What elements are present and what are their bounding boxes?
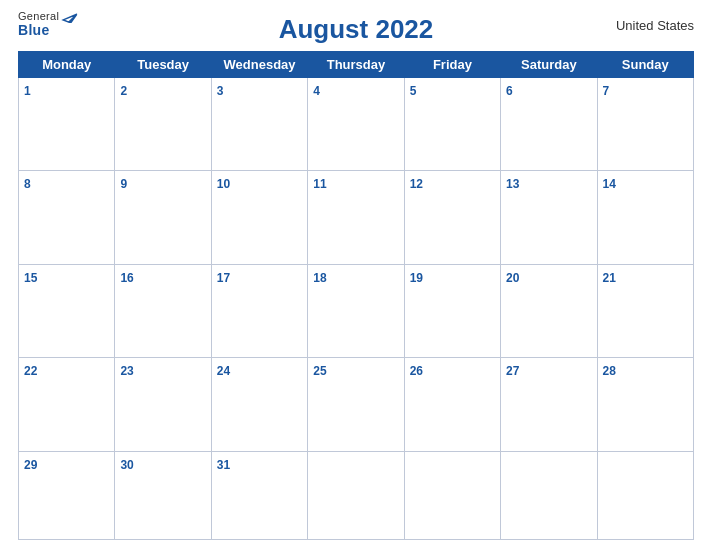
calendar-day: 19 [404, 264, 500, 357]
day-number: 13 [506, 177, 519, 191]
calendar-day: 12 [404, 171, 500, 264]
day-number: 27 [506, 364, 519, 378]
logo-general: General [18, 10, 59, 22]
weekday-friday: Friday [404, 52, 500, 78]
day-number: 20 [506, 271, 519, 285]
day-number: 22 [24, 364, 37, 378]
day-number: 25 [313, 364, 326, 378]
weekday-header-row: MondayTuesdayWednesdayThursdayFridaySatu… [19, 52, 694, 78]
calendar-day: 11 [308, 171, 404, 264]
calendar-day: 15 [19, 264, 115, 357]
day-number: 5 [410, 84, 417, 98]
calendar-week-1: 1234567 [19, 78, 694, 171]
calendar-day [501, 451, 597, 539]
calendar-day: 27 [501, 358, 597, 451]
page-title: August 2022 [279, 14, 434, 45]
calendar-day [404, 451, 500, 539]
calendar-week-5: 293031 [19, 451, 694, 539]
day-number: 7 [603, 84, 610, 98]
day-number: 11 [313, 177, 326, 191]
calendar-day: 23 [115, 358, 211, 451]
calendar-day: 18 [308, 264, 404, 357]
calendar-week-3: 15161718192021 [19, 264, 694, 357]
day-number: 19 [410, 271, 423, 285]
calendar-day: 20 [501, 264, 597, 357]
day-number: 21 [603, 271, 616, 285]
calendar-day: 8 [19, 171, 115, 264]
logo-bird-icon [61, 12, 79, 30]
day-number: 23 [120, 364, 133, 378]
weekday-tuesday: Tuesday [115, 52, 211, 78]
day-number: 14 [603, 177, 616, 191]
calendar-day: 13 [501, 171, 597, 264]
weekday-sunday: Sunday [597, 52, 693, 78]
calendar-day: 16 [115, 264, 211, 357]
calendar-day: 31 [211, 451, 307, 539]
day-number: 30 [120, 458, 133, 472]
weekday-monday: Monday [19, 52, 115, 78]
calendar-day: 26 [404, 358, 500, 451]
calendar-day: 4 [308, 78, 404, 171]
logo-blue: Blue [18, 22, 50, 38]
calendar-day: 22 [19, 358, 115, 451]
calendar-day: 17 [211, 264, 307, 357]
day-number: 26 [410, 364, 423, 378]
calendar-week-2: 891011121314 [19, 171, 694, 264]
calendar-day: 24 [211, 358, 307, 451]
country-label: United States [616, 18, 694, 33]
calendar-week-4: 22232425262728 [19, 358, 694, 451]
day-number: 28 [603, 364, 616, 378]
weekday-thursday: Thursday [308, 52, 404, 78]
day-number: 12 [410, 177, 423, 191]
calendar-day: 9 [115, 171, 211, 264]
calendar-day: 25 [308, 358, 404, 451]
calendar-day: 7 [597, 78, 693, 171]
day-number: 10 [217, 177, 230, 191]
day-number: 29 [24, 458, 37, 472]
calendar-day: 30 [115, 451, 211, 539]
calendar-table: MondayTuesdayWednesdayThursdayFridaySatu… [18, 51, 694, 540]
calendar-day: 2 [115, 78, 211, 171]
calendar-day: 29 [19, 451, 115, 539]
calendar-day: 10 [211, 171, 307, 264]
calendar-day [308, 451, 404, 539]
calendar-day: 1 [19, 78, 115, 171]
day-number: 24 [217, 364, 230, 378]
day-number: 2 [120, 84, 127, 98]
logo: General Blue [18, 10, 59, 38]
day-number: 15 [24, 271, 37, 285]
calendar-day [597, 451, 693, 539]
day-number: 16 [120, 271, 133, 285]
calendar-day: 14 [597, 171, 693, 264]
weekday-wednesday: Wednesday [211, 52, 307, 78]
calendar-day: 5 [404, 78, 500, 171]
day-number: 3 [217, 84, 224, 98]
day-number: 1 [24, 84, 31, 98]
calendar-day: 28 [597, 358, 693, 451]
day-number: 4 [313, 84, 320, 98]
day-number: 18 [313, 271, 326, 285]
day-number: 6 [506, 84, 513, 98]
calendar-header: General Blue August 2022 United States [18, 10, 694, 45]
calendar-day: 21 [597, 264, 693, 357]
day-number: 31 [217, 458, 230, 472]
day-number: 8 [24, 177, 31, 191]
day-number: 9 [120, 177, 127, 191]
weekday-saturday: Saturday [501, 52, 597, 78]
day-number: 17 [217, 271, 230, 285]
calendar-day: 3 [211, 78, 307, 171]
calendar-day: 6 [501, 78, 597, 171]
